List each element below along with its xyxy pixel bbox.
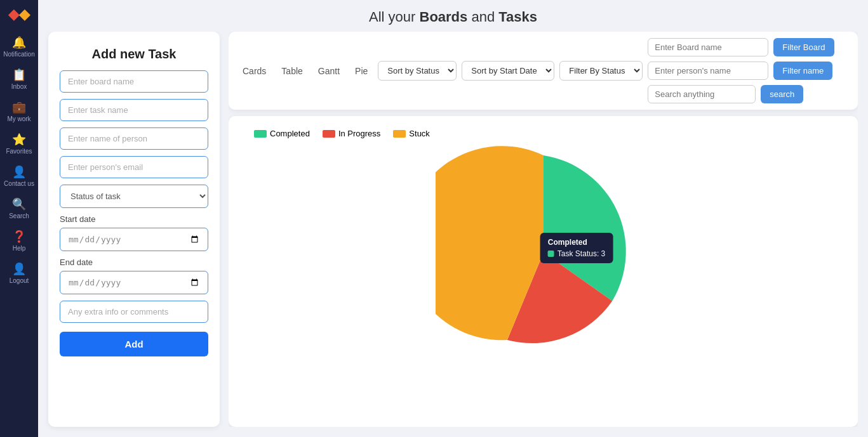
app-logo: ◆◆ [8, 6, 30, 23]
comments-input[interactable] [60, 301, 208, 323]
sidebar-item-label: Logout [10, 277, 29, 284]
legend-stuck-label: Stuck [409, 129, 430, 138]
sort-status-select[interactable]: Sort by Status Completed In Progress Stu… [378, 61, 457, 81]
legend-completed-color [254, 130, 267, 138]
tab-cards[interactable]: Cards [237, 63, 271, 79]
sidebar-item-inbox[interactable]: 📋 Inbox [0, 64, 38, 94]
filter-row: Filter Board Filter name search [648, 38, 849, 103]
legend-inprogress: In Progress [323, 129, 380, 138]
legend-completed: Completed [254, 129, 310, 138]
page-header: All your Boards and Tasks [38, 0, 868, 32]
legend-stuck: Stuck [393, 129, 430, 138]
filter-name-button[interactable]: Filter name [773, 62, 832, 80]
sort-startdate-select[interactable]: Sort by Start Date Ascending Descending [462, 61, 554, 81]
add-task-title: Add new Task [60, 47, 208, 62]
main-content: All your Boards and Tasks Add new Task S… [38, 0, 868, 437]
pie-svg [436, 145, 651, 360]
sidebar-item-label: Notification [3, 51, 34, 58]
filter-board-button[interactable]: Filter Board [773, 38, 834, 56]
sidebar-item-label: Favorites [6, 148, 32, 155]
legend-completed-label: Completed [270, 129, 310, 138]
sidebar-item-logout[interactable]: 👤 Logout [0, 258, 38, 288]
sidebar-item-search[interactable]: 🔍 Search [0, 193, 38, 223]
search-input[interactable] [648, 85, 756, 103]
legend-stuck-color [393, 130, 406, 138]
board-name-input[interactable] [60, 70, 208, 93]
task-name-input[interactable] [60, 99, 208, 121]
mywork-icon: 💼 [12, 100, 26, 114]
board-toolbar: Cards Table Gantt Pie Sort by Status Com… [229, 32, 858, 110]
header-tasks: Tasks [498, 9, 537, 25]
sidebar-item-my-work[interactable]: 💼 My work [0, 96, 38, 126]
sidebar-item-help[interactable]: ❓ Help [0, 226, 38, 256]
filter-status-select[interactable]: Filter By Status Completed In Progress S… [559, 61, 643, 81]
tab-table[interactable]: Table [276, 63, 307, 79]
search-button[interactable]: search [761, 85, 803, 103]
tab-gantt[interactable]: Gantt [313, 63, 345, 79]
pie-chart: Completed Task Status: 3 [436, 145, 651, 360]
sidebar-item-label: Help [13, 245, 26, 252]
sidebar-item-label: Contact us [4, 180, 34, 187]
tab-pie[interactable]: Pie [350, 63, 373, 79]
sidebar-item-label: My work [7, 115, 30, 122]
right-panel: Cards Table Gantt Pie Sort by Status Com… [229, 32, 858, 427]
sidebar-item-contact[interactable]: 👤 Contact us [0, 161, 38, 191]
help-icon: ❓ [12, 230, 26, 244]
person-email-input[interactable] [60, 156, 208, 178]
contact-icon: 👤 [12, 165, 26, 179]
chart-legend: Completed In Progress Stuck [241, 129, 430, 138]
sidebar-item-label: Search [9, 212, 29, 219]
logout-icon: 👤 [12, 262, 26, 276]
legend-inprogress-label: In Progress [338, 129, 380, 138]
sidebar: ◆◆ 🔔 Notification 📋 Inbox 💼 My work ⭐ Fa… [0, 0, 38, 437]
add-task-panel: Add new Task Status of task Completed In… [48, 32, 220, 427]
board-name-filter[interactable] [648, 38, 768, 56]
person-name-filter[interactable] [648, 62, 768, 80]
sidebar-item-favorites[interactable]: ⭐ Favorites [0, 129, 38, 159]
end-date-input[interactable] [60, 271, 208, 294]
legend-inprogress-color [323, 130, 335, 138]
content-area: Add new Task Status of task Completed In… [38, 32, 868, 437]
inbox-icon: 📋 [12, 68, 26, 82]
person-name-input[interactable] [60, 127, 208, 150]
status-select[interactable]: Status of task Completed In Progress Stu… [60, 185, 208, 208]
chart-area: Completed In Progress Stuck [229, 116, 858, 427]
sidebar-item-label: Inbox [11, 83, 27, 90]
header-prefix: All your [369, 9, 419, 25]
start-date-input[interactable] [60, 228, 208, 251]
favorites-icon: ⭐ [12, 133, 26, 147]
end-date-label: End date [60, 258, 208, 267]
notification-icon: 🔔 [12, 36, 26, 49]
header-boards: Boards [420, 9, 468, 25]
search-icon: 🔍 [12, 197, 26, 211]
start-date-label: Start date [60, 214, 208, 224]
sidebar-item-notification[interactable]: 🔔 Notification [0, 32, 38, 62]
add-button[interactable]: Add [60, 332, 208, 356]
header-and: and [467, 9, 498, 25]
